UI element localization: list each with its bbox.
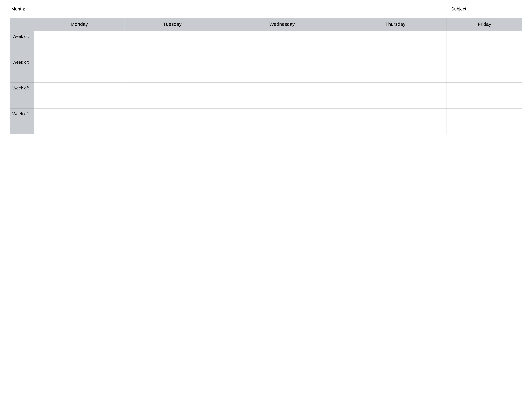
week-label-cell-2: Week of:	[10, 57, 34, 83]
cell-row1-tuesday[interactable]	[125, 31, 220, 57]
cell-row2-friday[interactable]	[447, 57, 522, 83]
cell-row4-monday[interactable]	[34, 108, 125, 134]
week-label-cell-4: Week of:	[10, 108, 34, 134]
cell-row4-tuesday[interactable]	[125, 108, 220, 134]
cell-row4-friday[interactable]	[447, 108, 522, 134]
subject-label: Subject:	[451, 6, 467, 12]
cell-row3-wednesday[interactable]	[220, 83, 344, 108]
cell-row1-friday[interactable]	[447, 31, 522, 57]
cell-row2-tuesday[interactable]	[125, 57, 220, 83]
cell-row3-friday[interactable]	[447, 83, 522, 108]
header-cell-week	[10, 18, 34, 31]
weekly-calendar-table: Monday Tuesday Wednesday Thursday Friday…	[10, 18, 522, 134]
table-row: Week of:	[10, 31, 522, 57]
week-label-cell-1: Week of:	[10, 31, 34, 57]
month-field: Month:	[11, 6, 78, 12]
cell-row1-monday[interactable]	[34, 31, 125, 57]
cell-row2-monday[interactable]	[34, 57, 125, 83]
page-header: Month: Subject:	[10, 6, 522, 12]
cell-row1-wednesday[interactable]	[220, 31, 344, 57]
cell-row1-thursday[interactable]	[344, 31, 447, 57]
header-cell-thursday: Thursday	[344, 18, 447, 31]
month-label: Month:	[11, 6, 25, 12]
month-underline[interactable]	[27, 7, 78, 11]
cell-row4-wednesday[interactable]	[220, 108, 344, 134]
cell-row3-tuesday[interactable]	[125, 83, 220, 108]
header-cell-monday: Monday	[34, 18, 125, 31]
table-row: Week of:	[10, 108, 522, 134]
subject-field: Subject:	[451, 6, 521, 12]
header-cell-tuesday: Tuesday	[125, 18, 220, 31]
week-label-cell-3: Week of:	[10, 83, 34, 108]
table-row: Week of:	[10, 83, 522, 108]
cell-row2-thursday[interactable]	[344, 57, 447, 83]
subject-underline[interactable]	[469, 7, 521, 11]
cell-row3-monday[interactable]	[34, 83, 125, 108]
table-row: Week of:	[10, 57, 522, 83]
header-cell-wednesday: Wednesday	[220, 18, 344, 31]
cell-row4-thursday[interactable]	[344, 108, 447, 134]
cell-row3-thursday[interactable]	[344, 83, 447, 108]
cell-row2-wednesday[interactable]	[220, 57, 344, 83]
header-row: Monday Tuesday Wednesday Thursday Friday	[10, 18, 522, 31]
header-cell-friday: Friday	[447, 18, 522, 31]
